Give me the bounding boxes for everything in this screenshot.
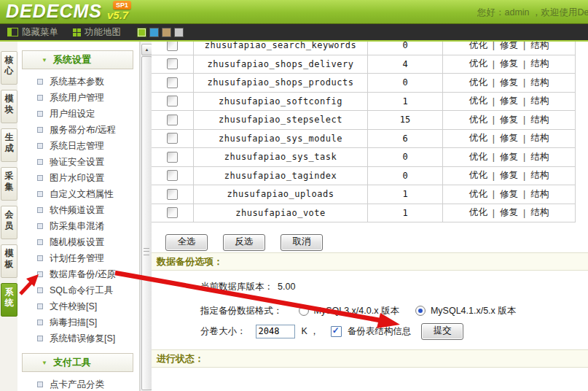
menu-item[interactable]: 自定义文档属性: [17, 186, 139, 202]
select-all-button[interactable]: 全选: [165, 234, 208, 251]
structure-checkbox[interactable]: [331, 326, 342, 337]
menu-section-header-2[interactable]: ▼支付工具: [22, 353, 133, 372]
action-structure[interactable]: 结构: [530, 206, 549, 219]
menu-item[interactable]: 软件频道设置: [17, 202, 139, 218]
action-structure[interactable]: 结构: [530, 42, 549, 52]
action-repair[interactable]: 修复: [500, 188, 518, 201]
menu-item[interactable]: 病毒扫描[S]: [17, 314, 139, 330]
action-structure[interactable]: 结构: [530, 58, 549, 70]
menu-item[interactable]: 随机模板设置: [17, 234, 139, 250]
action-repair[interactable]: 修复: [500, 206, 518, 219]
action-structure[interactable]: 结构: [530, 169, 549, 182]
bullet-icon: [37, 320, 43, 325]
row-checkbox[interactable]: [167, 96, 178, 107]
action-optimize[interactable]: 优化: [469, 77, 487, 89]
menu-section-header-1[interactable]: ▼系统设置: [22, 50, 133, 69]
row-checkbox[interactable]: [167, 207, 178, 218]
action-optimize[interactable]: 优化: [469, 58, 487, 70]
record-count-cell: 15: [368, 111, 443, 129]
menu-item[interactable]: 服务器分布/远程: [17, 122, 139, 138]
submit-button[interactable]: 提交: [421, 323, 463, 340]
action-repair[interactable]: 修复: [500, 77, 518, 89]
action-optimize[interactable]: 优化: [469, 188, 487, 201]
side-tab-5[interactable]: 会员: [1, 206, 17, 239]
action-optimize[interactable]: 优化: [469, 169, 487, 182]
action-optimize[interactable]: 优化: [469, 95, 487, 107]
row-checkbox[interactable]: [167, 133, 178, 144]
backup-options-title: 数据备份选项：: [157, 255, 223, 268]
theme-gray-swatch[interactable]: [174, 28, 184, 37]
selection-buttons: 全选 反选 取消: [152, 234, 323, 251]
radio-icon[interactable]: [299, 306, 309, 316]
checkbox-cell: [152, 55, 194, 74]
side-tab-6[interactable]: 模板: [1, 244, 17, 278]
row-checkbox[interactable]: [167, 58, 178, 69]
action-optimize[interactable]: 优化: [469, 206, 487, 219]
action-repair[interactable]: 修复: [500, 169, 518, 182]
row-checkbox[interactable]: [167, 77, 178, 88]
theme-blue-swatch[interactable]: [149, 28, 159, 37]
invert-selection-button[interactable]: 反选: [223, 234, 265, 251]
action-separator: |: [493, 42, 495, 50]
record-count-cell: 0: [368, 74, 443, 92]
menu-item[interactable]: 防采集串混淆: [17, 218, 139, 234]
theme-tan-swatch[interactable]: [162, 28, 171, 37]
action-repair[interactable]: 修复: [500, 151, 518, 163]
action-structure[interactable]: 结构: [530, 95, 549, 107]
side-tab-1[interactable]: 核心: [1, 51, 17, 85]
menu-item[interactable]: 图片水印设置: [17, 170, 139, 186]
side-tab-2[interactable]: 模块: [1, 90, 17, 123]
action-repair[interactable]: 修复: [500, 42, 518, 52]
menu-item[interactable]: 数据库备份/还原: [17, 266, 139, 282]
format-option-2[interactable]: MySQL4.1.x/5.x 版本: [415, 305, 516, 317]
format-option-1[interactable]: MySQL3.x/4.0.x 版本: [299, 305, 399, 317]
scrollbar-thumb[interactable]: [141, 56, 152, 390]
action-structure[interactable]: 结构: [530, 77, 549, 89]
action-optimize[interactable]: 优化: [469, 132, 487, 144]
table-name-cell: zhusufapiao_search_keywords: [194, 42, 368, 55]
menu-item[interactable]: 点卡产品分类: [17, 376, 139, 391]
cancel-button[interactable]: 取消: [281, 234, 323, 251]
menu-item-label: 自定义文档属性: [50, 188, 114, 201]
side-tab-3[interactable]: 生成: [1, 128, 17, 162]
action-structure[interactable]: 结构: [530, 132, 549, 144]
menu-item[interactable]: 系统日志管理: [17, 138, 139, 154]
table-row: zhusufapiao_search_keywords0优化|修复|结构: [152, 42, 576, 55]
action-repair[interactable]: 修复: [500, 58, 518, 70]
menu-item[interactable]: 系统基本参数: [17, 74, 139, 90]
action-optimize[interactable]: 优化: [469, 114, 487, 126]
radio-icon[interactable]: [415, 306, 426, 316]
side-tab-7[interactable]: 系统: [1, 283, 17, 317]
action-structure[interactable]: 结构: [530, 188, 549, 201]
action-optimize[interactable]: 优化: [469, 42, 487, 52]
row-checkbox[interactable]: [167, 189, 178, 200]
action-structure[interactable]: 结构: [530, 114, 549, 126]
side-tab-4[interactable]: 采集: [1, 167, 17, 201]
action-repair[interactable]: 修复: [500, 95, 518, 107]
dedecms-logo: DEDECMS: [6, 1, 102, 22]
menu-item[interactable]: 文件校验[S]: [17, 298, 139, 314]
theme-green-swatch[interactable]: [137, 28, 146, 37]
row-checkbox[interactable]: [167, 115, 178, 125]
scroll-up-icon[interactable]: ▲: [141, 44, 152, 55]
row-checkbox[interactable]: [167, 152, 178, 163]
action-structure[interactable]: 结构: [530, 151, 549, 163]
feature-map-label: 功能地图: [85, 26, 121, 39]
action-repair[interactable]: 修复: [500, 114, 518, 126]
menu-item[interactable]: 系统错误修复[S]: [17, 330, 139, 347]
menu-item[interactable]: SQL命令行工具: [17, 282, 139, 298]
hide-menu-button[interactable]: 隐藏菜单: [7, 26, 58, 39]
volume-size-input[interactable]: [256, 325, 295, 338]
menu-item[interactable]: 计划任务管理: [17, 250, 139, 266]
feature-map-button[interactable]: 功能地图: [73, 26, 121, 39]
menu-item[interactable]: 验证安全设置: [17, 154, 139, 170]
menu-item[interactable]: 系统用户管理: [17, 90, 139, 106]
menu-item[interactable]: 用户组设定: [17, 106, 139, 122]
action-repair[interactable]: 修复: [500, 132, 518, 144]
bullet-icon: [37, 127, 43, 133]
action-optimize[interactable]: 优化: [469, 151, 487, 163]
row-checkbox[interactable]: [167, 42, 178, 51]
menu-scrollbar[interactable]: ▲: [140, 42, 152, 391]
row-checkbox[interactable]: [167, 170, 178, 181]
record-count-cell: 6: [368, 130, 443, 148]
